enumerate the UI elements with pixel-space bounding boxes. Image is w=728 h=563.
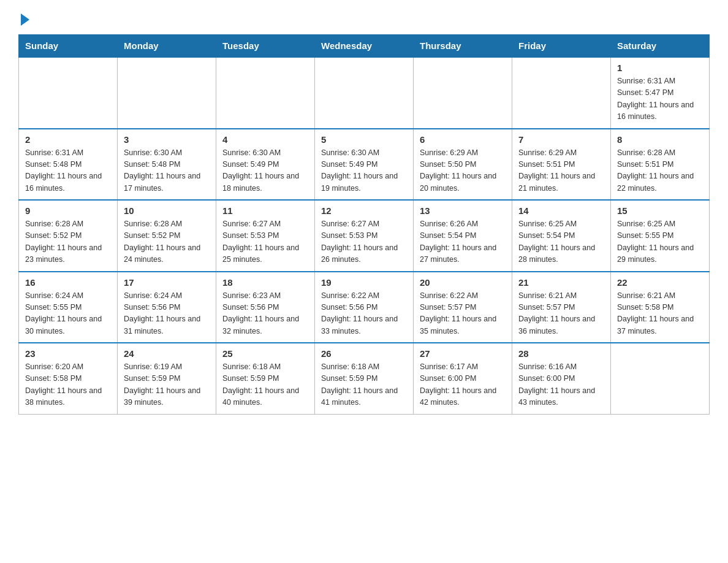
calendar-cell: 7Sunrise: 6:29 AMSunset: 5:51 PMDaylight… [512,129,611,201]
day-info: Sunrise: 6:19 AMSunset: 5:59 PMDaylight:… [124,361,210,409]
day-of-week-header: Saturday [611,35,710,58]
calendar-cell: 2Sunrise: 6:31 AMSunset: 5:48 PMDaylight… [19,129,118,201]
calendar-cell: 12Sunrise: 6:27 AMSunset: 5:53 PMDayligh… [315,200,414,272]
day-number: 6 [420,134,506,145]
day-info: Sunrise: 6:18 AMSunset: 5:59 PMDaylight:… [222,361,308,409]
day-number: 12 [321,205,407,216]
day-number: 2 [25,134,111,145]
day-info: Sunrise: 6:26 AMSunset: 5:54 PMDaylight:… [420,218,506,266]
logo [18,12,29,23]
calendar-cell: 3Sunrise: 6:30 AMSunset: 5:48 PMDaylight… [118,129,216,201]
calendar-cell [611,343,710,414]
day-info: Sunrise: 6:30 AMSunset: 5:49 PMDaylight:… [321,147,407,195]
day-number: 10 [124,205,210,216]
day-number: 13 [420,205,506,216]
day-number: 8 [617,134,703,145]
day-info: Sunrise: 6:22 AMSunset: 5:57 PMDaylight:… [420,290,506,338]
calendar-cell: 15Sunrise: 6:25 AMSunset: 5:55 PMDayligh… [611,200,710,272]
day-number: 27 [420,348,506,359]
calendar-cell: 22Sunrise: 6:21 AMSunset: 5:58 PMDayligh… [611,272,710,343]
day-of-week-header: Thursday [414,35,512,58]
day-number: 17 [124,277,210,288]
day-number: 3 [124,134,210,145]
day-info: Sunrise: 6:30 AMSunset: 5:49 PMDaylight:… [222,147,308,195]
day-number: 24 [124,348,210,359]
calendar-cell: 11Sunrise: 6:27 AMSunset: 5:53 PMDayligh… [216,200,315,272]
day-info: Sunrise: 6:18 AMSunset: 5:59 PMDaylight:… [321,361,407,409]
day-number: 19 [321,277,407,288]
day-info: Sunrise: 6:24 AMSunset: 5:55 PMDaylight:… [25,290,111,338]
calendar-cell: 17Sunrise: 6:24 AMSunset: 5:56 PMDayligh… [118,272,216,343]
day-number: 5 [321,134,407,145]
calendar-week-row: 16Sunrise: 6:24 AMSunset: 5:55 PMDayligh… [19,272,710,343]
day-of-week-header: Tuesday [216,35,315,58]
calendar-cell: 6Sunrise: 6:29 AMSunset: 5:50 PMDaylight… [414,129,512,201]
day-info: Sunrise: 6:28 AMSunset: 5:51 PMDaylight:… [617,147,703,195]
day-number: 21 [518,277,604,288]
day-info: Sunrise: 6:21 AMSunset: 5:57 PMDaylight:… [518,290,604,338]
logo-triangle-icon [21,13,29,26]
page-header [18,12,710,23]
calendar-cell: 21Sunrise: 6:21 AMSunset: 5:57 PMDayligh… [512,272,611,343]
day-number: 14 [518,205,604,216]
calendar-cell: 19Sunrise: 6:22 AMSunset: 5:56 PMDayligh… [315,272,414,343]
day-info: Sunrise: 6:30 AMSunset: 5:48 PMDaylight:… [124,147,210,195]
day-number: 7 [518,134,604,145]
day-number: 4 [222,134,308,145]
day-info: Sunrise: 6:28 AMSunset: 5:52 PMDaylight:… [25,218,111,266]
calendar-cell: 14Sunrise: 6:25 AMSunset: 5:54 PMDayligh… [512,200,611,272]
day-info: Sunrise: 6:21 AMSunset: 5:58 PMDaylight:… [617,290,703,338]
day-info: Sunrise: 6:20 AMSunset: 5:58 PMDaylight:… [25,361,111,409]
day-info: Sunrise: 6:25 AMSunset: 5:55 PMDaylight:… [617,218,703,266]
day-number: 26 [321,348,407,359]
day-number: 18 [222,277,308,288]
day-number: 25 [222,348,308,359]
calendar-cell: 5Sunrise: 6:30 AMSunset: 5:49 PMDaylight… [315,129,414,201]
calendar-cell [315,57,414,129]
calendar-cell: 4Sunrise: 6:30 AMSunset: 5:49 PMDaylight… [216,129,315,201]
calendar-cell: 9Sunrise: 6:28 AMSunset: 5:52 PMDaylight… [19,200,118,272]
calendar-header-row: SundayMondayTuesdayWednesdayThursdayFrid… [19,35,710,58]
day-number: 9 [25,205,111,216]
calendar-cell: 18Sunrise: 6:23 AMSunset: 5:56 PMDayligh… [216,272,315,343]
calendar-week-row: 2Sunrise: 6:31 AMSunset: 5:48 PMDaylight… [19,129,710,201]
day-number: 11 [222,205,308,216]
day-info: Sunrise: 6:25 AMSunset: 5:54 PMDaylight:… [518,218,604,266]
day-info: Sunrise: 6:27 AMSunset: 5:53 PMDaylight:… [321,218,407,266]
day-of-week-header: Sunday [19,35,118,58]
day-info: Sunrise: 6:24 AMSunset: 5:56 PMDaylight:… [124,290,210,338]
calendar-cell: 20Sunrise: 6:22 AMSunset: 5:57 PMDayligh… [414,272,512,343]
day-info: Sunrise: 6:31 AMSunset: 5:47 PMDaylight:… [617,75,703,123]
calendar-cell: 27Sunrise: 6:17 AMSunset: 6:00 PMDayligh… [414,343,512,414]
day-number: 28 [518,348,604,359]
calendar-cell: 1Sunrise: 6:31 AMSunset: 5:47 PMDaylight… [611,57,710,129]
calendar-cell [118,57,216,129]
day-number: 22 [617,277,703,288]
day-of-week-header: Wednesday [315,35,414,58]
day-of-week-header: Friday [512,35,611,58]
day-info: Sunrise: 6:29 AMSunset: 5:50 PMDaylight:… [420,147,506,195]
day-info: Sunrise: 6:22 AMSunset: 5:56 PMDaylight:… [321,290,407,338]
day-number: 1 [617,63,703,73]
calendar-cell: 25Sunrise: 6:18 AMSunset: 5:59 PMDayligh… [216,343,315,414]
calendar-week-row: 1Sunrise: 6:31 AMSunset: 5:47 PMDaylight… [19,57,710,129]
calendar-cell: 24Sunrise: 6:19 AMSunset: 5:59 PMDayligh… [118,343,216,414]
calendar-cell [19,57,118,129]
calendar-cell: 10Sunrise: 6:28 AMSunset: 5:52 PMDayligh… [118,200,216,272]
calendar-cell: 13Sunrise: 6:26 AMSunset: 5:54 PMDayligh… [414,200,512,272]
calendar-cell: 8Sunrise: 6:28 AMSunset: 5:51 PMDaylight… [611,129,710,201]
calendar-cell: 28Sunrise: 6:16 AMSunset: 6:00 PMDayligh… [512,343,611,414]
day-number: 16 [25,277,111,288]
calendar-week-row: 23Sunrise: 6:20 AMSunset: 5:58 PMDayligh… [19,343,710,414]
calendar-cell: 16Sunrise: 6:24 AMSunset: 5:55 PMDayligh… [19,272,118,343]
calendar-cell [512,57,611,129]
day-info: Sunrise: 6:27 AMSunset: 5:53 PMDaylight:… [222,218,308,266]
day-number: 15 [617,205,703,216]
day-info: Sunrise: 6:31 AMSunset: 5:48 PMDaylight:… [25,147,111,195]
calendar-cell: 26Sunrise: 6:18 AMSunset: 5:59 PMDayligh… [315,343,414,414]
day-info: Sunrise: 6:28 AMSunset: 5:52 PMDaylight:… [124,218,210,266]
day-info: Sunrise: 6:16 AMSunset: 6:00 PMDaylight:… [518,361,604,409]
calendar-table: SundayMondayTuesdayWednesdayThursdayFrid… [18,34,710,415]
calendar-cell: 23Sunrise: 6:20 AMSunset: 5:58 PMDayligh… [19,343,118,414]
calendar-cell [216,57,315,129]
